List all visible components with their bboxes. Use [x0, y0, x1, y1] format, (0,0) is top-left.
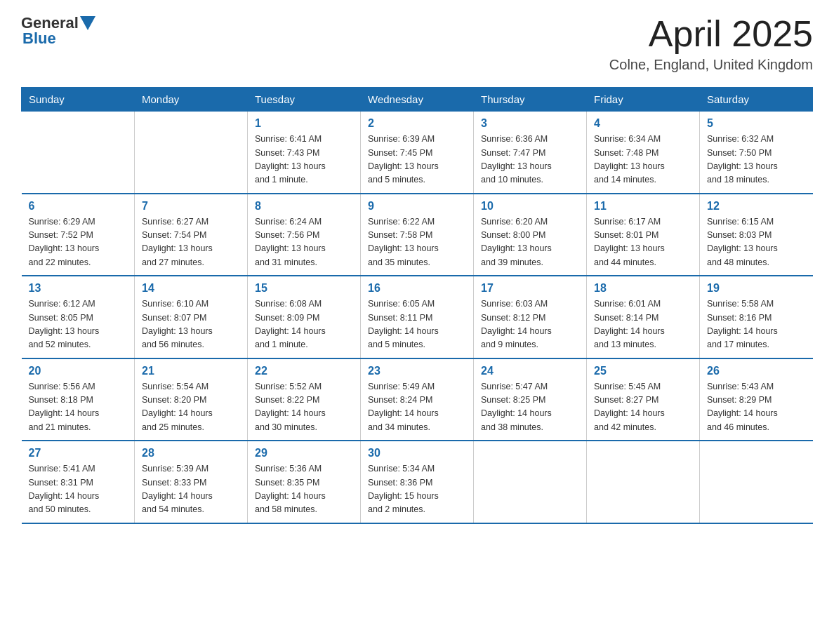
day-info: Sunrise: 6:41 AM Sunset: 7:43 PM Dayligh… — [255, 133, 353, 187]
day-info: Sunrise: 5:43 AM Sunset: 8:29 PM Dayligh… — [707, 380, 806, 435]
page-header: General Blue April 2025 Colne, England, … — [21, 14, 813, 73]
day-info: Sunrise: 5:52 AM Sunset: 8:22 PM Dayligh… — [255, 380, 353, 435]
calendar-cell: 10Sunrise: 6:20 AM Sunset: 8:00 PM Dayli… — [474, 194, 587, 276]
day-info: Sunrise: 6:12 AM Sunset: 8:05 PM Dayligh… — [29, 297, 128, 352]
day-number: 7 — [142, 200, 240, 213]
day-info: Sunrise: 5:47 AM Sunset: 8:25 PM Dayligh… — [481, 380, 579, 435]
day-info: Sunrise: 6:03 AM Sunset: 8:12 PM Dayligh… — [481, 297, 579, 352]
day-number: 1 — [255, 117, 353, 130]
calendar-header-row: SundayMondayTuesdayWednesdayThursdayFrid… — [22, 88, 813, 112]
day-info: Sunrise: 6:20 AM Sunset: 8:00 PM Dayligh… — [481, 215, 579, 270]
calendar-cell: 1Sunrise: 6:41 AM Sunset: 7:43 PM Daylig… — [248, 112, 361, 194]
calendar-cell — [22, 112, 135, 194]
day-info: Sunrise: 5:56 AM Sunset: 8:18 PM Dayligh… — [29, 380, 128, 435]
calendar-cell: 15Sunrise: 6:08 AM Sunset: 8:09 PM Dayli… — [248, 276, 361, 358]
day-info: Sunrise: 5:49 AM Sunset: 8:24 PM Dayligh… — [368, 380, 466, 435]
calendar-cell: 11Sunrise: 6:17 AM Sunset: 8:01 PM Dayli… — [587, 194, 700, 276]
calendar-cell: 18Sunrise: 6:01 AM Sunset: 8:14 PM Dayli… — [587, 276, 700, 358]
logo-blue: Blue — [22, 29, 56, 48]
day-number: 21 — [142, 365, 240, 377]
calendar-cell: 21Sunrise: 5:54 AM Sunset: 8:20 PM Dayli… — [135, 358, 248, 441]
calendar-cell: 2Sunrise: 6:39 AM Sunset: 7:45 PM Daylig… — [361, 112, 474, 194]
day-info: Sunrise: 5:58 AM Sunset: 8:16 PM Dayligh… — [707, 297, 806, 352]
day-number: 16 — [368, 282, 466, 295]
calendar-cell: 30Sunrise: 5:34 AM Sunset: 8:36 PM Dayli… — [361, 441, 474, 523]
calendar-cell: 20Sunrise: 5:56 AM Sunset: 8:18 PM Dayli… — [22, 358, 135, 441]
day-number: 26 — [707, 365, 806, 377]
day-number: 19 — [707, 282, 806, 295]
day-number: 9 — [368, 200, 466, 213]
calendar-cell: 27Sunrise: 5:41 AM Sunset: 8:31 PM Dayli… — [22, 441, 135, 523]
calendar-cell — [700, 441, 813, 523]
day-info: Sunrise: 6:32 AM Sunset: 7:50 PM Dayligh… — [707, 133, 806, 187]
calendar-cell: 25Sunrise: 5:45 AM Sunset: 8:27 PM Dayli… — [587, 358, 700, 441]
day-info: Sunrise: 6:01 AM Sunset: 8:14 PM Dayligh… — [594, 297, 692, 352]
calendar-cell: 5Sunrise: 6:32 AM Sunset: 7:50 PM Daylig… — [700, 112, 813, 194]
day-info: Sunrise: 6:22 AM Sunset: 7:58 PM Dayligh… — [368, 215, 466, 270]
calendar-cell: 12Sunrise: 6:15 AM Sunset: 8:03 PM Dayli… — [700, 194, 813, 276]
day-number: 30 — [368, 447, 466, 459]
day-info: Sunrise: 6:15 AM Sunset: 8:03 PM Dayligh… — [707, 215, 806, 270]
calendar-cell: 14Sunrise: 6:10 AM Sunset: 8:07 PM Dayli… — [135, 276, 248, 358]
day-info: Sunrise: 5:34 AM Sunset: 8:36 PM Dayligh… — [368, 462, 466, 517]
calendar-cell: 17Sunrise: 6:03 AM Sunset: 8:12 PM Dayli… — [474, 276, 587, 358]
calendar-cell: 22Sunrise: 5:52 AM Sunset: 8:22 PM Dayli… — [248, 358, 361, 441]
day-info: Sunrise: 6:36 AM Sunset: 7:47 PM Dayligh… — [481, 133, 579, 187]
calendar-cell: 7Sunrise: 6:27 AM Sunset: 7:54 PM Daylig… — [135, 194, 248, 276]
day-info: Sunrise: 6:05 AM Sunset: 8:11 PM Dayligh… — [368, 297, 466, 352]
calendar-cell: 16Sunrise: 6:05 AM Sunset: 8:11 PM Dayli… — [361, 276, 474, 358]
calendar-header-friday: Friday — [587, 88, 700, 112]
day-number: 11 — [594, 200, 692, 213]
day-number: 6 — [29, 200, 128, 213]
day-info: Sunrise: 6:27 AM Sunset: 7:54 PM Dayligh… — [142, 215, 240, 270]
calendar-cell: 26Sunrise: 5:43 AM Sunset: 8:29 PM Dayli… — [700, 358, 813, 441]
calendar-header-monday: Monday — [135, 88, 248, 112]
calendar-cell: 24Sunrise: 5:47 AM Sunset: 8:25 PM Dayli… — [474, 358, 587, 441]
day-info: Sunrise: 5:54 AM Sunset: 8:20 PM Dayligh… — [142, 380, 240, 435]
calendar-cell — [587, 441, 700, 523]
day-number: 3 — [481, 117, 579, 130]
day-info: Sunrise: 6:29 AM Sunset: 7:52 PM Dayligh… — [29, 215, 128, 270]
calendar-cell: 23Sunrise: 5:49 AM Sunset: 8:24 PM Dayli… — [361, 358, 474, 441]
day-number: 8 — [255, 200, 353, 213]
calendar-week-row: 13Sunrise: 6:12 AM Sunset: 8:05 PM Dayli… — [22, 276, 813, 358]
day-info: Sunrise: 6:08 AM Sunset: 8:09 PM Dayligh… — [255, 297, 353, 352]
day-number: 4 — [594, 117, 692, 130]
calendar-cell: 3Sunrise: 6:36 AM Sunset: 7:47 PM Daylig… — [474, 112, 587, 194]
day-number: 17 — [481, 282, 579, 295]
calendar-cell: 29Sunrise: 5:36 AM Sunset: 8:35 PM Dayli… — [248, 441, 361, 523]
day-info: Sunrise: 6:10 AM Sunset: 8:07 PM Dayligh… — [142, 297, 240, 352]
day-number: 27 — [29, 447, 128, 459]
day-number: 25 — [594, 365, 692, 377]
day-number: 22 — [255, 365, 353, 377]
day-number: 12 — [707, 200, 806, 213]
calendar-cell: 4Sunrise: 6:34 AM Sunset: 7:48 PM Daylig… — [587, 112, 700, 194]
day-number: 14 — [142, 282, 240, 295]
calendar-week-row: 1Sunrise: 6:41 AM Sunset: 7:43 PM Daylig… — [22, 112, 813, 194]
calendar-week-row: 27Sunrise: 5:41 AM Sunset: 8:31 PM Dayli… — [22, 441, 813, 523]
day-info: Sunrise: 5:41 AM Sunset: 8:31 PM Dayligh… — [29, 462, 128, 517]
day-number: 24 — [481, 365, 579, 377]
day-number: 2 — [368, 117, 466, 130]
calendar-cell — [474, 441, 587, 523]
day-number: 23 — [368, 365, 466, 377]
day-number: 13 — [29, 282, 128, 295]
calendar-cell: 6Sunrise: 6:29 AM Sunset: 7:52 PM Daylig… — [22, 194, 135, 276]
day-number: 18 — [594, 282, 692, 295]
day-info: Sunrise: 5:45 AM Sunset: 8:27 PM Dayligh… — [594, 380, 692, 435]
day-info: Sunrise: 6:17 AM Sunset: 8:01 PM Dayligh… — [594, 215, 692, 270]
calendar-table: SundayMondayTuesdayWednesdayThursdayFrid… — [21, 87, 813, 524]
calendar-header-saturday: Saturday — [700, 88, 813, 112]
day-info: Sunrise: 5:39 AM Sunset: 8:33 PM Dayligh… — [142, 462, 240, 517]
calendar-header-sunday: Sunday — [22, 88, 135, 112]
calendar-header-thursday: Thursday — [474, 88, 587, 112]
calendar-cell: 8Sunrise: 6:24 AM Sunset: 7:56 PM Daylig… — [248, 194, 361, 276]
calendar-cell: 13Sunrise: 6:12 AM Sunset: 8:05 PM Dayli… — [22, 276, 135, 358]
calendar-header-tuesday: Tuesday — [248, 88, 361, 112]
calendar-cell: 19Sunrise: 5:58 AM Sunset: 8:16 PM Dayli… — [700, 276, 813, 358]
calendar-cell: 28Sunrise: 5:39 AM Sunset: 8:33 PM Dayli… — [135, 441, 248, 523]
page-title: April 2025 — [609, 14, 813, 54]
day-info: Sunrise: 6:34 AM Sunset: 7:48 PM Dayligh… — [594, 133, 692, 187]
calendar-header-wednesday: Wednesday — [361, 88, 474, 112]
day-number: 28 — [142, 447, 240, 459]
